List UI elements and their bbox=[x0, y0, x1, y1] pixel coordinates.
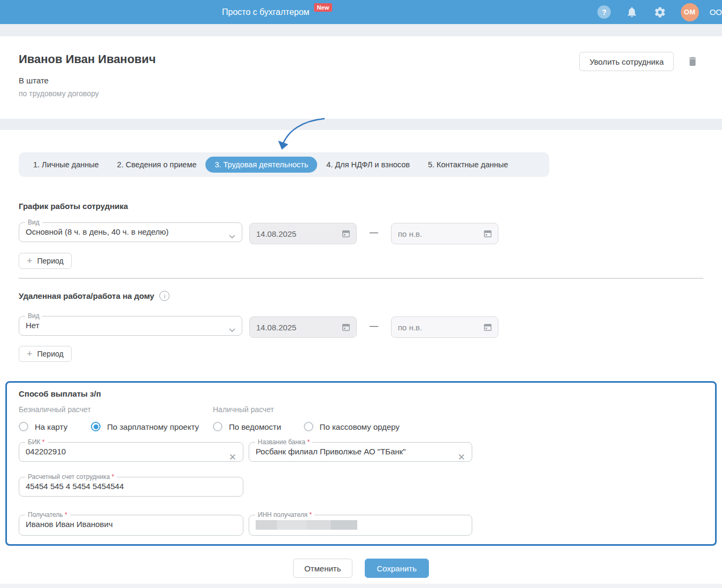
settings-button[interactable] bbox=[653, 5, 667, 19]
cancel-button[interactable]: Отменить bbox=[293, 559, 352, 578]
new-badge: New bbox=[314, 3, 333, 12]
remote-type-select[interactable]: Вид Нет bbox=[19, 313, 242, 336]
divider-band bbox=[0, 119, 722, 130]
employee-account-label: Расчетный счет сотрудника bbox=[28, 473, 110, 481]
section-divider bbox=[19, 278, 703, 278]
footer-actions: Отменить Сохранить bbox=[0, 559, 722, 578]
work-schedule-title: График работы сотрудника bbox=[19, 202, 703, 211]
chevron-down-icon bbox=[229, 328, 235, 332]
radio-payroll-sheet[interactable]: По ведомости bbox=[213, 422, 281, 431]
schedule-type-select[interactable]: Вид Основной (8 ч. в день, 40 ч. в недел… bbox=[19, 219, 242, 242]
calendar-icon bbox=[341, 322, 351, 332]
radio-icon bbox=[19, 422, 28, 431]
bik-label: БИК bbox=[28, 438, 41, 446]
required-mark: * bbox=[42, 438, 45, 446]
notifications-button[interactable] bbox=[625, 5, 639, 19]
avatar[interactable]: OM bbox=[681, 3, 699, 21]
tab-contact-data[interactable]: 5. Контактные данные bbox=[419, 157, 517, 173]
tab-bar: 1. Личные данные 2. Сведения о приеме 3.… bbox=[19, 152, 549, 177]
save-button[interactable]: Сохранить bbox=[365, 559, 429, 578]
bank-name-value: Росбанк филиал Приволжье АО "ТБанк" bbox=[256, 446, 465, 461]
remote-date-to[interactable]: по н.в. bbox=[391, 316, 498, 338]
required-mark: * bbox=[112, 473, 114, 481]
topbar: Просто с бухгалтером New ? OM ОО bbox=[0, 0, 722, 24]
dismiss-employee-button[interactable]: Уволить сотрудника bbox=[579, 52, 674, 71]
required-mark: * bbox=[307, 438, 310, 446]
bik-value: 042202910 bbox=[26, 446, 236, 461]
radio-selected-icon bbox=[91, 422, 101, 431]
employee-account-field[interactable]: Расчетный счет сотрудника * 45454 545 4 … bbox=[19, 474, 243, 497]
date-range-dash: — bbox=[370, 321, 378, 331]
add-schedule-period-button[interactable]: + Период bbox=[19, 253, 72, 269]
schedule-date-from[interactable]: 14.08.2025 bbox=[249, 223, 357, 244]
remote-work-title: Удаленная работа/работа на дому bbox=[19, 291, 154, 300]
bottom-band bbox=[0, 584, 722, 588]
remote-work-section: Удаленная работа/работа на дому i Вид Не… bbox=[0, 291, 722, 362]
required-mark: * bbox=[309, 511, 312, 519]
work-schedule-section: График работы сотрудника Вид Основной (8… bbox=[0, 202, 722, 269]
salary-payment-title: Способ выплаты з/п bbox=[19, 389, 703, 398]
radio-icon bbox=[213, 422, 222, 431]
app-title: Просто с бухгалтером bbox=[222, 7, 310, 17]
bell-icon bbox=[626, 6, 638, 18]
recipient-inn-redacted-value bbox=[256, 520, 465, 530]
employee-account-value: 45454 545 4 5454 5454544 bbox=[26, 481, 236, 496]
delete-employee-button[interactable] bbox=[687, 56, 698, 67]
plus-icon: + bbox=[27, 350, 33, 358]
radio-icon bbox=[304, 422, 313, 431]
tab-work-activity[interactable]: 3. Трудовая деятельность bbox=[205, 157, 317, 173]
tab-ndfl-contributions[interactable]: 4. Для НДФЛ и взносов bbox=[317, 157, 419, 173]
remote-type-value: Нет bbox=[26, 320, 235, 335]
tab-hiring-info[interactable]: 2. Сведения о приеме bbox=[108, 157, 206, 173]
schedule-type-value: Основной (8 ч. в день, 40 ч. в неделю) bbox=[26, 226, 235, 242]
schedule-type-label: Вид bbox=[25, 219, 42, 226]
employee-substatus: по трудовому договору bbox=[19, 89, 703, 98]
trash-icon bbox=[687, 56, 698, 67]
org-label[interactable]: ОО bbox=[710, 7, 722, 17]
employee-header: Иванов Иван Иванович В штате по трудовом… bbox=[0, 36, 722, 119]
calendar-icon bbox=[483, 322, 493, 332]
help-icon: ? bbox=[597, 5, 611, 19]
recipient-value: Иванов Иван Иванович bbox=[26, 519, 236, 534]
info-icon[interactable]: i bbox=[159, 291, 170, 301]
salary-payment-section: Способ выплаты з/п Безналичный расчет На… bbox=[5, 381, 717, 546]
plus-icon: + bbox=[27, 257, 33, 265]
radio-to-card[interactable]: На карту bbox=[19, 422, 67, 431]
employee-status: В штате bbox=[19, 76, 703, 85]
bik-field[interactable]: БИК * 042202910 ✕ bbox=[19, 439, 243, 462]
bank-name-field[interactable]: Название банка * Росбанк филиал Приволжь… bbox=[249, 439, 472, 462]
bank-name-label: Название банка bbox=[258, 438, 305, 446]
date-range-dash: — bbox=[370, 228, 378, 237]
remote-type-label: Вид bbox=[25, 313, 42, 320]
gear-icon bbox=[654, 6, 666, 19]
recipient-label: Получатель bbox=[28, 511, 63, 519]
recipient-field[interactable]: Получатель * Иванов Иван Иванович bbox=[19, 512, 243, 536]
chevron-down-icon bbox=[229, 235, 235, 239]
calendar-icon bbox=[483, 229, 493, 238]
recipient-inn-field[interactable]: ИНН получателя * bbox=[249, 512, 472, 536]
help-button[interactable]: ? bbox=[597, 5, 611, 19]
calendar-icon bbox=[341, 229, 351, 238]
radio-cash-order[interactable]: По кассовому ордеру bbox=[304, 422, 400, 431]
remote-date-from[interactable]: 14.08.2025 bbox=[249, 316, 357, 338]
tab-personal-data[interactable]: 1. Личные данные bbox=[24, 157, 108, 173]
clear-icon[interactable]: ✕ bbox=[456, 452, 467, 463]
recipient-inn-label: ИНН получателя bbox=[258, 511, 308, 519]
radio-salary-project[interactable]: По зарплатному проекту bbox=[91, 422, 199, 431]
cashless-group-label: Безналичный расчет bbox=[19, 405, 213, 414]
subheader-band bbox=[0, 24, 722, 36]
cash-group-label: Наличный расчет bbox=[213, 405, 274, 414]
add-remote-period-button[interactable]: + Период bbox=[19, 346, 72, 362]
clear-icon[interactable]: ✕ bbox=[227, 452, 239, 463]
schedule-date-to[interactable]: по н.в. bbox=[391, 223, 498, 244]
required-mark: * bbox=[65, 511, 67, 519]
